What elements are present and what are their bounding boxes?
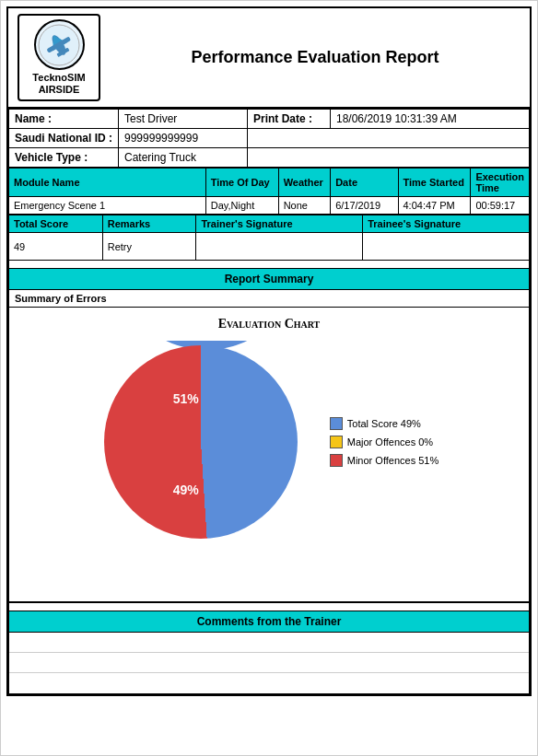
total-score-cell: 49: [9, 233, 103, 261]
score-header-row: Total Score Remarks Trainer's Signature …: [9, 215, 530, 233]
name-value: Test Driver: [119, 110, 248, 129]
col-trainer-sig: Trainer's Signature: [196, 215, 363, 233]
info-table: Name : Test Driver Print Date : 18/06/20…: [8, 109, 530, 168]
national-id-label: Saudi National ID :: [9, 129, 119, 148]
module-name-cell: Emergency Scene 1: [9, 197, 206, 215]
module-data-row: Emergency Scene 1 Day,Night None 6/17/20…: [9, 197, 530, 215]
pie-label-51: 51%: [173, 391, 199, 406]
national-id-row: Saudi National ID : 999999999999: [9, 129, 530, 148]
col-module-name: Module Name: [9, 169, 206, 197]
spacer-1: [8, 261, 530, 268]
score-data-row: 49 Retry: [9, 233, 530, 261]
name-row: Name : Test Driver Print Date : 18/06/20…: [9, 110, 530, 129]
col-total-score: Total Score: [9, 215, 103, 233]
col-remarks: Remarks: [102, 215, 196, 233]
comments-lines: [9, 633, 529, 693]
summary-section: Report Summary Summary of Errors Evaluat…: [8, 268, 530, 603]
pie-chart: 51% 49%: [99, 341, 302, 543]
vehicle-type-empty: [248, 148, 530, 168]
col-trainee-sig: Trainee's Signature: [363, 215, 530, 233]
pie-label-49: 49%: [173, 483, 199, 497]
module-table: Module Name Time Of Day Weather Date Tim…: [8, 168, 530, 215]
comments-section: Comments from the Trainer: [8, 611, 530, 694]
vehicle-type-row: Vehicle Type : Catering Truck: [9, 148, 530, 168]
col-time-started: Time Started: [398, 169, 471, 197]
legend-color-blue: [330, 417, 343, 430]
comment-line-2: [9, 653, 529, 673]
legend-color-red: [330, 454, 343, 467]
time-of-day-cell: Day,Night: [205, 197, 278, 215]
vehicle-type-value: Catering Truck: [119, 148, 248, 168]
execution-time-cell: 00:59:17: [471, 197, 530, 215]
name-label: Name :: [9, 110, 119, 129]
chart-container: 51% 49% Total Score 49% Major Offences 0…: [18, 341, 520, 543]
trainee-sig-cell: [363, 233, 530, 261]
chart-title: Evaluation Chart: [218, 317, 321, 331]
chart-area: Evaluation Chart: [9, 308, 529, 602]
module-header-row: Module Name Time Of Day Weather Date Tim…: [9, 169, 530, 197]
logo-circle: [34, 19, 85, 70]
time-started-cell: 4:04:47 PM: [398, 197, 471, 215]
logo-brand: TecknoSIM AIRSIDE: [32, 72, 85, 96]
airplane-icon: [37, 23, 81, 67]
legend-label-red: Minor Offences 51%: [347, 455, 439, 466]
legend-label-blue: Total Score 49%: [347, 418, 421, 429]
report-title: Performance Evaluation Report: [110, 48, 520, 67]
legend-item-blue: Total Score 49%: [330, 417, 439, 430]
legend-color-yellow: [330, 436, 343, 448]
summary-header: Report Summary: [9, 269, 529, 290]
pie-visual: [104, 345, 298, 539]
legend-item-yellow: Major Offences 0%: [330, 436, 439, 448]
chart-legend: Total Score 49% Major Offences 0% Minor …: [330, 417, 439, 467]
legend-label-yellow: Major Offences 0%: [347, 436, 433, 448]
print-date-label: Print Date :: [248, 110, 331, 129]
spacer-2: [8, 603, 530, 611]
remarks-cell: Retry: [102, 233, 196, 261]
print-date-value: 18/06/2019 10:31:39 AM: [331, 110, 530, 129]
col-weather: Weather: [278, 169, 330, 197]
national-id-empty: [248, 129, 530, 148]
national-id-value: 999999999999: [119, 129, 248, 148]
comments-header: Comments from the Trainer: [9, 611, 529, 633]
col-date: Date: [331, 169, 398, 197]
vehicle-type-label: Vehicle Type :: [9, 148, 119, 168]
report-title-area: Performance Evaluation Report: [110, 48, 520, 67]
summary-errors-label: Summary of Errors: [9, 290, 529, 308]
col-time-of-day: Time Of Day: [205, 169, 278, 197]
comment-line-3: [9, 673, 529, 693]
logo-area: TecknoSIM AIRSIDE: [18, 14, 100, 101]
trainer-sig-cell: [196, 233, 363, 261]
score-table: Total Score Remarks Trainer's Signature …: [8, 215, 530, 261]
legend-item-red: Minor Offences 51%: [330, 454, 439, 467]
date-cell: 6/17/2019: [331, 197, 398, 215]
page-header: TecknoSIM AIRSIDE Performance Evaluation…: [8, 8, 530, 109]
weather-cell: None: [278, 197, 330, 215]
col-execution-time: Execution Time: [471, 169, 530, 197]
comment-line-1: [9, 633, 529, 653]
